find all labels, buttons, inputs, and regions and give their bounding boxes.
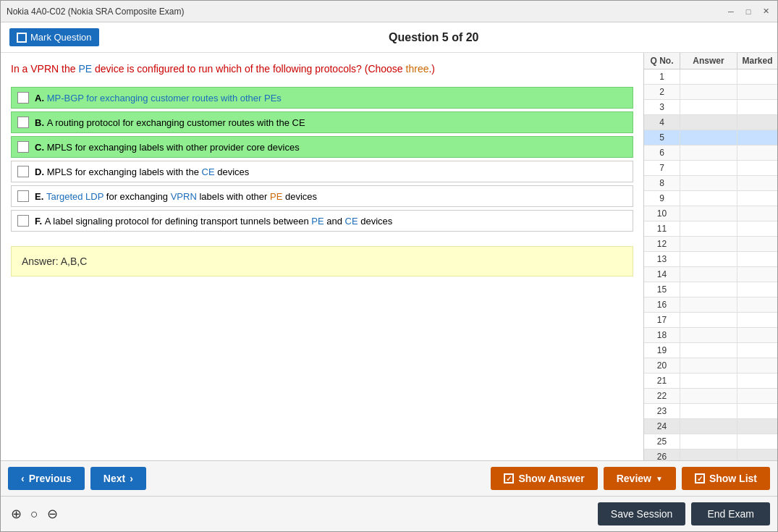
option-f[interactable]: F. A label signaling protocol for defini… bbox=[11, 210, 633, 232]
sidebar-row[interactable]: 11 bbox=[644, 221, 777, 237]
option-b-text: B. A routing protocol for exchanging cus… bbox=[35, 117, 305, 128]
sidebar-answer bbox=[680, 282, 737, 297]
option-e-checkbox[interactable] bbox=[17, 190, 29, 202]
sidebar-marked bbox=[737, 237, 777, 251]
option-f-checkbox[interactable] bbox=[17, 215, 29, 227]
sidebar-row[interactable]: 16 bbox=[644, 297, 777, 313]
sidebar-row[interactable]: 12 bbox=[644, 237, 777, 252]
option-d[interactable]: D. MPLS for exchanging labels with the C… bbox=[11, 161, 633, 182]
sidebar-marked bbox=[737, 191, 777, 206]
sidebar-row[interactable]: 3 bbox=[644, 100, 777, 115]
sidebar-qno: 7 bbox=[644, 161, 680, 175]
sidebar-qno: 11 bbox=[644, 221, 680, 236]
option-b-checkbox[interactable] bbox=[17, 117, 29, 128]
show-answer-checkbox-icon bbox=[504, 473, 514, 484]
save-session-button[interactable]: Save Session bbox=[598, 502, 686, 525]
sidebar-answer bbox=[680, 100, 737, 114]
sidebar-qno: 13 bbox=[644, 252, 680, 266]
sidebar-marked bbox=[737, 328, 777, 342]
sidebar-row[interactable]: 24 bbox=[644, 419, 777, 434]
sidebar-row[interactable]: 5 bbox=[644, 130, 777, 145]
show-answer-button[interactable]: Show Answer bbox=[491, 467, 597, 490]
sidebar-row[interactable]: 18 bbox=[644, 328, 777, 343]
sidebar-row[interactable]: 21 bbox=[644, 373, 777, 389]
option-a-text: A. MP-BGP for exchanging customer routes… bbox=[35, 93, 282, 104]
option-b[interactable]: B. A routing protocol for exchanging cus… bbox=[11, 111, 633, 133]
sidebar-marked bbox=[737, 313, 777, 327]
sidebar-qno: 18 bbox=[644, 328, 680, 342]
close-button[interactable]: ✕ bbox=[760, 6, 771, 17]
title-bar: Nokia 4A0-C02 (Nokia SRA Composite Exam)… bbox=[1, 1, 777, 22]
next-label: Next bbox=[103, 473, 125, 484]
show-list-button[interactable]: Show List bbox=[682, 467, 770, 490]
sidebar-row[interactable]: 15 bbox=[644, 282, 777, 297]
sidebar-qno: 12 bbox=[644, 237, 680, 251]
maximize-button[interactable]: □ bbox=[743, 6, 754, 17]
sidebar-row[interactable]: 13 bbox=[644, 252, 777, 267]
window-title: Nokia 4A0-C02 (Nokia SRA Composite Exam) bbox=[7, 7, 184, 17]
sidebar-answer bbox=[680, 145, 737, 160]
option-a-checkbox[interactable] bbox=[17, 92, 29, 104]
sidebar-marked bbox=[737, 221, 777, 236]
sidebar-row[interactable]: 7 bbox=[644, 161, 777, 176]
sidebar-row[interactable]: 25 bbox=[644, 434, 777, 449]
option-a[interactable]: A. MP-BGP for exchanging customer routes… bbox=[11, 87, 633, 109]
title-bar-controls: ─ □ ✕ bbox=[725, 6, 771, 17]
sidebar-marked bbox=[737, 69, 777, 84]
sidebar-row[interactable]: 23 bbox=[644, 404, 777, 419]
sidebar-answer bbox=[680, 419, 737, 434]
previous-button[interactable]: ‹ Previous bbox=[8, 467, 85, 490]
option-c[interactable]: C. MPLS for exchanging labels with other… bbox=[11, 136, 633, 158]
zoom-in-button[interactable]: ⊕ bbox=[8, 504, 25, 523]
sidebar-row[interactable]: 6 bbox=[644, 145, 777, 161]
sidebar-row[interactable]: 26 bbox=[644, 449, 777, 460]
sidebar-answer bbox=[680, 449, 737, 460]
sidebar-answer bbox=[680, 252, 737, 266]
sidebar-marked bbox=[737, 267, 777, 282]
sidebar-answer bbox=[680, 358, 737, 373]
sidebar-row[interactable]: 9 bbox=[644, 191, 777, 206]
prev-arrow-icon: ‹ bbox=[21, 473, 25, 484]
sidebar-row[interactable]: 4 bbox=[644, 115, 777, 130]
minimize-button[interactable]: ─ bbox=[725, 6, 737, 17]
sidebar-list[interactable]: 1 2 3 4 5 6 7 8 9 10 11 bbox=[644, 69, 777, 460]
zoom-out-button[interactable]: ⊖ bbox=[44, 504, 61, 523]
next-arrow-icon: › bbox=[130, 473, 133, 484]
action-buttons: Save Session End Exam bbox=[598, 502, 770, 525]
question-title: Question 5 of 20 bbox=[99, 31, 769, 44]
sidebar-qno: 24 bbox=[644, 419, 680, 434]
sidebar-answer bbox=[680, 130, 737, 145]
sidebar-marked bbox=[737, 358, 777, 373]
sidebar-qno: 14 bbox=[644, 267, 680, 282]
mark-checkbox-icon bbox=[17, 33, 27, 43]
option-c-checkbox[interactable] bbox=[17, 141, 29, 153]
sidebar-marked bbox=[737, 206, 777, 221]
sidebar-row[interactable]: 1 bbox=[644, 69, 777, 85]
sidebar-row[interactable]: 22 bbox=[644, 389, 777, 404]
sidebar-marked bbox=[737, 373, 777, 388]
sidebar-row[interactable]: 2 bbox=[644, 85, 777, 100]
end-exam-button[interactable]: End Exam bbox=[691, 502, 770, 525]
sidebar-row[interactable]: 20 bbox=[644, 358, 777, 373]
sidebar-header-marked: Marked bbox=[737, 53, 777, 69]
bottom-nav: ‹ Previous Next › Show Answer Review ▼ S… bbox=[1, 460, 777, 496]
option-d-checkbox[interactable] bbox=[17, 166, 29, 177]
sidebar-row[interactable]: 17 bbox=[644, 313, 777, 328]
q-text-2: device is configured to run which of the… bbox=[92, 63, 405, 75]
sidebar-row[interactable]: 8 bbox=[644, 176, 777, 191]
q-text-pe: PE bbox=[78, 63, 92, 75]
sidebar-row[interactable]: 19 bbox=[644, 343, 777, 358]
content-area: In a VPRN the PE device is configured to… bbox=[1, 53, 643, 460]
zoom-reset-button[interactable]: ○ bbox=[28, 505, 41, 523]
mark-question-button[interactable]: Mark Question bbox=[9, 28, 99, 46]
sidebar-row[interactable]: 14 bbox=[644, 267, 777, 282]
previous-label: Previous bbox=[29, 473, 72, 484]
option-e[interactable]: E. Targeted LDP for exchanging VPRN labe… bbox=[11, 185, 633, 207]
sidebar-qno: 2 bbox=[644, 85, 680, 99]
review-button[interactable]: Review ▼ bbox=[604, 467, 676, 490]
sidebar-answer bbox=[680, 313, 737, 327]
sidebar-marked bbox=[737, 449, 777, 460]
sidebar-answer bbox=[680, 69, 737, 84]
next-button[interactable]: Next › bbox=[90, 467, 146, 490]
sidebar-row[interactable]: 10 bbox=[644, 206, 777, 221]
